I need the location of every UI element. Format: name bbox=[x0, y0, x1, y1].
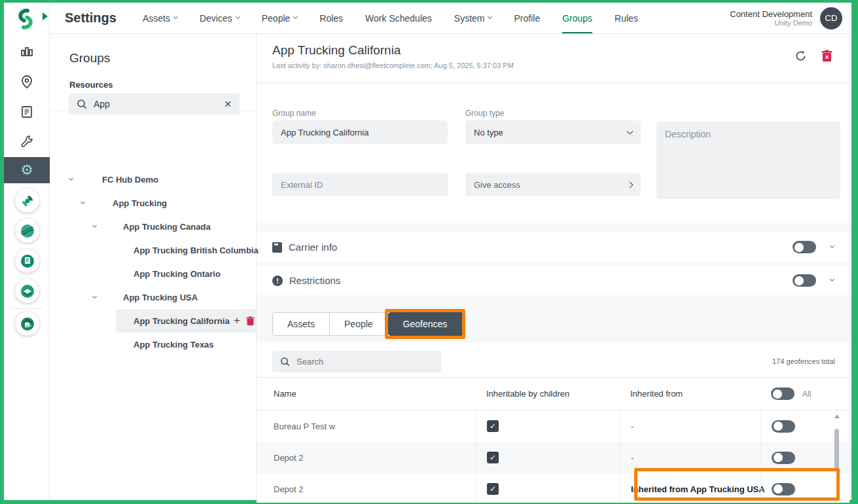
detail-pane: App Trucking California Last activity by… bbox=[257, 34, 851, 500]
app-icon-5[interactable] bbox=[15, 312, 39, 336]
add-subgroup-icon[interactable]: + bbox=[234, 314, 240, 327]
tree-item-app-trucking-british-columbia[interactable]: App Trucking British Columbia bbox=[50, 238, 256, 262]
tree-item-app-trucking[interactable]: App Trucking bbox=[50, 191, 256, 215]
nav-item-rules[interactable]: Rules bbox=[615, 3, 638, 33]
location-pin-icon bbox=[20, 75, 34, 89]
brand-logo-icon bbox=[13, 7, 38, 31]
nav-item-assets[interactable]: Assets bbox=[143, 3, 177, 33]
top-navigation-bar: Settings AssetsDevicesPeopleRolesWork Sc… bbox=[50, 3, 851, 34]
scroll-up-arrow-icon[interactable] bbox=[834, 414, 840, 418]
nav-label: Assets bbox=[143, 13, 170, 24]
sidebar-expand-arrow-icon[interactable] bbox=[43, 12, 48, 20]
brand-logo[interactable] bbox=[13, 7, 38, 31]
tree-item-app-trucking-usa[interactable]: App Trucking USA bbox=[50, 285, 256, 309]
geofence-row-depot-2-2[interactable]: Depot 2✓Inherited from App Trucking USA bbox=[257, 473, 849, 503]
app-icon-3[interactable] bbox=[15, 249, 39, 273]
nav-item-groups[interactable]: Groups bbox=[562, 3, 592, 33]
tab-geofences[interactable]: Geofences bbox=[388, 312, 463, 336]
carrier-info-section[interactable]: Carrier info bbox=[257, 232, 849, 262]
rail-item-maintenance[interactable] bbox=[4, 127, 50, 156]
inheritable-checkbox[interactable]: ✓ bbox=[487, 452, 499, 463]
row-toggle[interactable] bbox=[772, 483, 795, 495]
avatar[interactable]: CD bbox=[820, 7, 842, 29]
gear-icon: ⚙ bbox=[20, 163, 33, 177]
app-window: ⚙ bbox=[0, 0, 858, 504]
tree-chevron-down-icon[interactable] bbox=[80, 199, 85, 204]
group-type-value: No type bbox=[474, 128, 503, 137]
description-textarea[interactable]: Description bbox=[656, 122, 840, 199]
geofence-name: Depot 2 bbox=[274, 473, 486, 503]
delete-group-icon[interactable] bbox=[821, 50, 832, 62]
external-id-input[interactable]: External ID bbox=[272, 173, 448, 196]
nav-label: Rules bbox=[615, 13, 638, 24]
tree-item-label: App Trucking British Columbia bbox=[134, 245, 259, 255]
nav-item-roles[interactable]: Roles bbox=[319, 3, 343, 33]
scrollbar-thumb[interactable] bbox=[834, 429, 839, 469]
delete-group-icon[interactable] bbox=[246, 316, 255, 326]
chevron-down-icon bbox=[488, 14, 492, 19]
inherited-from-value: - bbox=[620, 410, 771, 442]
app-icon-1[interactable] bbox=[15, 189, 39, 213]
chevron-down-icon[interactable] bbox=[830, 277, 834, 281]
rail-item-reports[interactable] bbox=[4, 98, 50, 126]
tree-chevron-down-icon[interactable] bbox=[69, 175, 73, 180]
tree-chevron-down-icon[interactable] bbox=[92, 293, 97, 298]
row-toggle[interactable] bbox=[772, 420, 795, 433]
app-icon-4[interactable] bbox=[15, 279, 39, 303]
resource-tabs: Assets People Geofences bbox=[272, 312, 462, 336]
table-scrollbar[interactable] bbox=[834, 413, 840, 501]
refresh-icon[interactable] bbox=[795, 50, 807, 62]
app-layers-icon bbox=[20, 283, 35, 299]
tree-item-app-trucking-texas[interactable]: App Trucking Texas bbox=[50, 333, 256, 356]
all-toggle[interactable] bbox=[771, 387, 795, 400]
rail-item-dashboard[interactable] bbox=[4, 37, 50, 66]
rail-divider bbox=[10, 308, 43, 309]
table-header-row: Name Inheritable by children Inherited f… bbox=[257, 377, 849, 410]
tree-item-app-trucking-california[interactable]: App Trucking California+ bbox=[50, 309, 256, 333]
group-form-card: Group name App Trucking California Group… bbox=[257, 84, 849, 223]
geofence-row-depot-2-1[interactable]: Depot 2✓- bbox=[257, 442, 849, 473]
nav-item-devices[interactable]: Devices bbox=[200, 3, 240, 33]
inheritable-checkbox[interactable]: ✓ bbox=[487, 483, 499, 495]
groups-search-input[interactable] bbox=[94, 99, 217, 109]
tree-chevron-down-icon[interactable] bbox=[92, 223, 97, 227]
clear-search-icon[interactable]: ✕ bbox=[224, 99, 232, 109]
nav-item-work-schedules[interactable]: Work Schedules bbox=[365, 3, 432, 33]
tree-item-app-trucking-ontario[interactable]: App Trucking Ontario bbox=[50, 262, 256, 285]
tree-item-label: App Trucking California bbox=[134, 316, 230, 326]
chevron-down-icon[interactable] bbox=[830, 243, 834, 248]
geofences-search[interactable] bbox=[272, 351, 441, 372]
group-type-select[interactable]: No type bbox=[465, 120, 641, 144]
nav-item-system[interactable]: System bbox=[454, 3, 492, 33]
groups-search[interactable]: ✕ bbox=[69, 93, 240, 115]
nav-item-people[interactable]: People bbox=[262, 3, 298, 33]
geofence-name: Bureau P Test w bbox=[274, 410, 486, 442]
account-text: Content Development Unity Demo bbox=[730, 9, 812, 27]
groups-tree: FC Hub DemoApp TruckingApp Trucking Cana… bbox=[50, 168, 256, 356]
geofence-row-bureau-p-test-w-0[interactable]: Bureau P Test w✓- bbox=[257, 410, 849, 442]
app-icon-2[interactable] bbox=[15, 219, 39, 243]
inheritable-checkbox[interactable]: ✓ bbox=[487, 420, 499, 432]
restrictions-toggle[interactable] bbox=[793, 274, 816, 287]
chevron-down-icon bbox=[173, 14, 178, 19]
app-inspection-icon bbox=[20, 253, 35, 269]
carrier-info-toggle[interactable] bbox=[793, 241, 816, 253]
tree-item-fc-hub-demo[interactable]: FC Hub Demo bbox=[50, 168, 256, 191]
last-activity: Last activity by: sharon.dhesi@fleetcomp… bbox=[272, 62, 849, 69]
restrictions-label: Restrictions bbox=[289, 275, 340, 286]
row-toggle[interactable] bbox=[772, 452, 795, 464]
restrictions-alert-icon: ! bbox=[272, 276, 283, 286]
geofences-search-input[interactable] bbox=[296, 357, 433, 367]
rail-item-tracking[interactable] bbox=[4, 67, 50, 96]
tab-people[interactable]: People bbox=[330, 312, 388, 336]
inheritable-cell: ✓ bbox=[476, 442, 630, 473]
restrictions-section[interactable]: ! Restrictions bbox=[257, 266, 849, 295]
tree-item-app-trucking-canada[interactable]: App Trucking Canada bbox=[50, 215, 256, 238]
app-swirl-icon bbox=[20, 194, 35, 208]
group-name-input[interactable]: App Trucking California bbox=[272, 120, 448, 144]
rail-item-settings[interactable]: ⚙ bbox=[4, 157, 50, 183]
account-subtitle: Unity Demo bbox=[730, 19, 812, 27]
tab-assets[interactable]: Assets bbox=[272, 312, 330, 336]
nav-item-profile[interactable]: Profile bbox=[514, 3, 540, 33]
give-access-button[interactable]: Give access bbox=[465, 173, 641, 196]
